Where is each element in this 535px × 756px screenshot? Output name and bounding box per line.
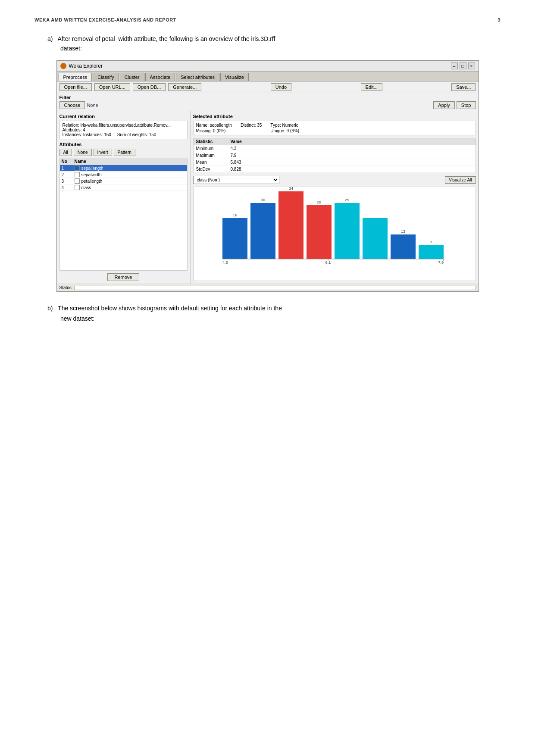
stats-row-0: Minimum 4.3 xyxy=(194,145,476,152)
attribute-list: No Name 1 sepallength 2 sepalwidth 3 pet… xyxy=(59,158,188,271)
attr-name-display: Name: sepallength xyxy=(196,123,232,128)
edit-button[interactable]: Edit... xyxy=(361,83,382,91)
stats-col2-header: Value xyxy=(231,139,473,144)
bar-6 xyxy=(363,218,388,259)
attr-item-3[interactable]: 3 petallength xyxy=(60,178,187,184)
stats-row-3: StdDev 0.828 xyxy=(194,166,476,173)
status-label: Status xyxy=(59,285,72,290)
stats-header: Statistic Value xyxy=(194,138,476,145)
section-a-text2: dataset: xyxy=(60,45,82,52)
minimize-button[interactable]: – xyxy=(451,62,458,69)
attr-name-4: class xyxy=(81,185,91,190)
bar-3 xyxy=(278,191,303,259)
tab-bar: Preprocess Classify Cluster Associate Se… xyxy=(57,72,479,81)
stop-button[interactable]: Stop xyxy=(457,101,476,109)
bar-7 xyxy=(391,234,416,259)
right-panel: Selected attribute Name: sepallength Mis… xyxy=(191,111,479,284)
status-bar: Status xyxy=(57,284,479,291)
attr-checkbox-4[interactable] xyxy=(75,185,80,190)
bar-label-7: 13 xyxy=(400,229,405,234)
sum-weights: Sum of weights: 150 xyxy=(117,132,156,137)
tab-associate[interactable]: Associate xyxy=(145,73,175,81)
attr-distinct: Distinct: 35 xyxy=(241,123,262,128)
attributes-title: Attributes xyxy=(59,142,188,147)
attr-item-1[interactable]: 1 sepallength xyxy=(60,165,187,172)
attr-unique: Unique: 9 (6%) xyxy=(270,128,299,133)
all-button[interactable]: All xyxy=(59,149,72,156)
remove-btn-wrap: Remove xyxy=(59,273,188,281)
stats-row-1: Maximum 7.9 xyxy=(194,152,476,159)
attr-type: Type: Numeric xyxy=(270,123,299,128)
attr-missing: Missing: 0 (0%) xyxy=(196,128,232,133)
remove-button[interactable]: Remove xyxy=(107,273,140,281)
choose-button[interactable]: Choose xyxy=(59,101,85,109)
current-relation-title: Current relation xyxy=(59,114,188,119)
instances-count: Instances: 150 xyxy=(83,132,111,137)
bar-label-1: 16 xyxy=(232,213,237,217)
stat-value-2: 5.843 xyxy=(231,160,473,165)
col-name-header: Name xyxy=(75,159,185,164)
attr-checkbox-3[interactable] xyxy=(75,178,80,184)
none-button[interactable]: None xyxy=(74,149,92,156)
open-file-button[interactable]: Open file... xyxy=(59,83,92,91)
section-b-text2: new dataset: xyxy=(60,315,501,322)
title-bar: Weka Explorer – □ × xyxy=(57,61,479,72)
bar-label-3: 34 xyxy=(288,187,293,191)
apply-button[interactable]: Apply xyxy=(433,101,455,109)
attr-name-3: petallength xyxy=(81,179,103,184)
bar-4 xyxy=(307,205,332,259)
stat-name-3: StdDev xyxy=(196,167,231,172)
attr-no-3: 3 xyxy=(62,179,75,184)
attr-item-4[interactable]: 4 class xyxy=(60,184,187,191)
attr-item-2[interactable]: 2 sepalwidth xyxy=(60,172,187,178)
tab-select-attributes[interactable]: Select attributes xyxy=(176,73,219,81)
relation-name: iris-weka.filters.unsupervised.attribute… xyxy=(81,123,171,128)
undo-button[interactable]: Undo xyxy=(271,83,291,91)
pattern-button[interactable]: Pattern xyxy=(114,149,135,156)
section-b-label: b) xyxy=(47,305,53,312)
invert-button[interactable]: Invert xyxy=(94,149,112,156)
tab-cluster[interactable]: Cluster xyxy=(120,73,144,81)
open-db-button[interactable]: Open DB... xyxy=(133,83,166,91)
histogram-area: 16 30 34 28 25 13 7 4.3 6.1 7.9 xyxy=(193,187,476,281)
visualize-all-button[interactable]: Visualize All xyxy=(445,176,476,184)
maximize-button[interactable]: □ xyxy=(460,62,466,69)
open-url-button[interactable]: Open URL... xyxy=(94,83,130,91)
header-title: WEKA AMD WRITTEN EXERCISE-ANALYSIS AND R… xyxy=(34,17,176,22)
save-button[interactable]: Save... xyxy=(451,83,476,91)
section-b: b) The screenshot below shows histograms… xyxy=(34,305,501,322)
bar-label-5: 25 xyxy=(344,198,349,202)
stat-value-1: 7.9 xyxy=(231,153,473,158)
class-select[interactable]: class (Nom) xyxy=(193,176,279,184)
stat-value-0: 4.3 xyxy=(231,146,473,151)
attr-checkbox-2[interactable] xyxy=(75,172,80,177)
attr-no-4: 4 xyxy=(62,185,75,190)
bar-label-4: 28 xyxy=(316,200,321,204)
status-progress-bar xyxy=(74,286,476,290)
attr-no-1: 1 xyxy=(62,166,75,171)
bar-5 xyxy=(335,203,360,259)
tab-classify[interactable]: Classify xyxy=(93,73,119,81)
bar-label-8: 7 xyxy=(430,240,432,244)
attr-list-header: No Name xyxy=(60,158,187,165)
filter-row: Filter Choose None Apply Stop xyxy=(57,93,479,111)
selected-attr-info: Name: sepallength Missing: 0 (0%) Distin… xyxy=(193,121,476,135)
histogram-svg: 16 30 34 28 25 13 7 4.3 6.1 7.9 xyxy=(194,187,476,269)
tab-visualize[interactable]: Visualize xyxy=(220,73,249,81)
weka-window: Weka Explorer – □ × Preprocess Classify … xyxy=(56,60,479,292)
bar-1 xyxy=(222,218,247,259)
section-a-text1: After removal of petal_width attribute, … xyxy=(58,35,275,42)
x-label-max: 7.9 xyxy=(438,260,444,265)
bar-2 xyxy=(250,203,275,259)
tab-preprocess[interactable]: Preprocess xyxy=(59,73,92,81)
generate-button[interactable]: Generate... xyxy=(168,83,201,91)
stat-name-1: Maximum xyxy=(196,153,231,158)
main-content: Current relation Relation: iris-weka.fil… xyxy=(57,111,479,284)
close-button[interactable]: × xyxy=(468,62,475,69)
document-header: WEKA AMD WRITTEN EXERCISE-ANALYSIS AND R… xyxy=(34,17,501,22)
stats-table: Statistic Value Minimum 4.3 Maximum 7.9 … xyxy=(193,138,476,173)
attr-checkbox-1[interactable] xyxy=(75,166,80,171)
attr-name-1: sepallength xyxy=(81,166,103,171)
section-a: a) After removal of petal_width attribut… xyxy=(34,35,501,52)
selected-attribute-title: Selected attribute xyxy=(193,114,476,119)
